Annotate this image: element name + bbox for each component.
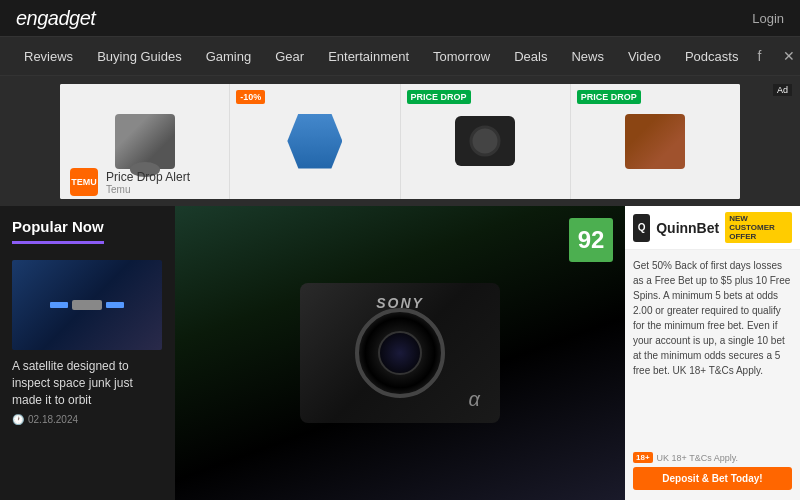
nav-gaming[interactable]: Gaming [194,36,264,76]
nav-social: f ✕ ▶ 🔍 [750,48,800,64]
ad-footer: TEMU Price Drop Alert Temu [70,168,190,196]
login-button[interactable]: Login [752,11,784,26]
camera-body: SONY α [300,283,500,423]
sidebar-article-date: 🕐 02.18.2024 [12,414,163,425]
age-text: UK 18+ T&Cs Apply. [657,453,738,463]
product-dashcam [455,116,515,166]
score-badge: 92 [569,218,613,262]
ad-product-4[interactable]: PRICE DROP [571,84,740,199]
ad-banner: -10% PRICE DROP PRICE DROP TEMU Price Dr… [0,76,800,206]
ad-product-img-2 [280,106,350,176]
sidebar-article-text: A satellite designed to inspect space ju… [12,358,163,408]
center-main: SONY α 92 [175,206,625,500]
clock-icon: 🕐 [12,414,24,425]
right-ad-footer: 18+ UK 18+ T&Cs Apply. Deposit & Bet Tod… [625,446,800,500]
popular-now-title: Popular Now [12,218,104,244]
camera-model-label: α [469,388,480,411]
product-pump [115,114,175,169]
quinn-offer-tag: NEW CUSTOMER OFFER [725,212,792,243]
product-lift [287,114,342,169]
right-ad: Q QuinnBet NEW CUSTOMER OFFER Get 50% Ba… [625,206,800,500]
main-content: Popular Now A satellite designed to insp… [0,206,800,500]
quinn-logo: Q [633,214,650,242]
nav-gear[interactable]: Gear [263,36,316,76]
sidebar: Popular Now A satellite designed to insp… [0,206,175,500]
nav-deals[interactable]: Deals [502,36,559,76]
ad-product-img-3 [450,106,520,176]
camera-lens [355,308,445,398]
nav-video[interactable]: Video [616,36,673,76]
ad-product-2[interactable]: -10% [230,84,400,199]
site-logo: engadget [16,7,95,30]
nav-news[interactable]: News [559,36,616,76]
ad-tag: Ad [773,84,792,96]
age-warning: 18+ UK 18+ T&Cs Apply. [633,452,792,463]
ad-badge-pricedrop-2: PRICE DROP [577,90,641,104]
product-tools [625,114,685,169]
right-ad-header: Q QuinnBet NEW CUSTOMER OFFER [625,206,800,250]
ad-badge-pricedrop-1: PRICE DROP [407,90,471,104]
nav-reviews[interactable]: Reviews [12,36,85,76]
ad-footer-info: Price Drop Alert Temu [106,170,190,195]
quinn-name: QuinnBet [656,220,719,236]
top-bar: engadget Login [0,0,800,36]
nav-tomorrow[interactable]: Tomorrow [421,36,502,76]
ad-footer-sub: Temu [106,184,190,195]
sidebar-article-image [12,260,162,350]
ad-product-img-4 [620,106,690,176]
nav-links: Reviews Buying Guides Gaming Gear Entert… [12,36,750,76]
main-article-image[interactable]: SONY α 92 [175,206,625,500]
nav-bar: Reviews Buying Guides Gaming Gear Entert… [0,36,800,76]
deposit-button[interactable]: Deposit & Bet Today! [633,467,792,490]
nav-podcasts[interactable]: Podcasts [673,36,750,76]
right-ad-body: Get 50% Back of first days losses as a F… [625,250,800,446]
age-badge: 18+ [633,452,653,463]
ad-badge-discount: -10% [236,90,265,104]
sidebar-date-text: 02.18.2024 [28,414,78,425]
nav-entertainment[interactable]: Entertainment [316,36,421,76]
sidebar-article[interactable]: A satellite designed to inspect space ju… [12,260,163,425]
ad-footer-text: Price Drop Alert [106,170,190,184]
satellite-illustration [72,300,102,310]
nav-buying-guides[interactable]: Buying Guides [85,36,194,76]
twitter-icon[interactable]: ✕ [780,48,798,64]
temu-logo: TEMU [70,168,98,196]
facebook-icon[interactable]: f [750,48,768,64]
ad-product-img-1 [110,106,180,176]
ad-product-3[interactable]: PRICE DROP [401,84,571,199]
